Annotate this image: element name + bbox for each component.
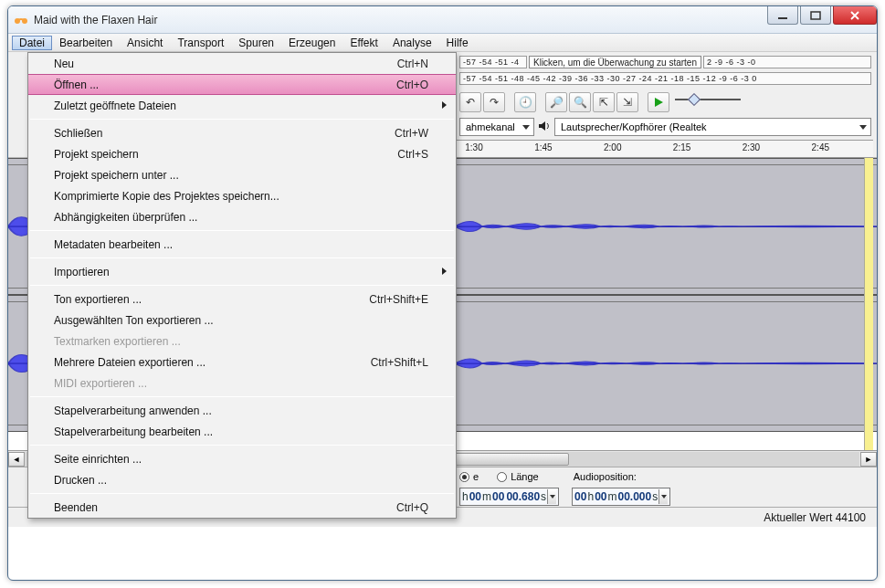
length-radio[interactable]: Länge: [497, 471, 539, 482]
shortcut-label: Ctrl+W: [395, 127, 428, 140]
shortcut-label: Ctrl+Q: [396, 501, 428, 514]
close-button[interactable]: [833, 6, 877, 25]
menu-transport[interactable]: Transport: [170, 36, 231, 50]
play-meter-scale: -57 -54 -51 -48 -45 -42 -39 -36 -33 -30 …: [459, 72, 871, 85]
play-button[interactable]: [648, 92, 669, 112]
menu-item-zuletzt-ge-ffnete-dateien[interactable]: Zuletzt geöffnete Dateien: [28, 95, 456, 116]
file-menu-dropdown[interactable]: NeuCtrl+NÖffnen ...Ctrl+OZuletzt geöffne…: [27, 52, 457, 519]
svg-rect-3: [811, 12, 820, 19]
app-icon: [14, 13, 28, 27]
minimize-button[interactable]: [767, 6, 798, 25]
fit-selection-button[interactable]: ⇱: [593, 92, 615, 112]
menu-item-ffnen[interactable]: Öffnen ...Ctrl+O: [28, 74, 456, 95]
selection-edge[interactable]: [864, 158, 873, 450]
menu-datei[interactable]: Datei: [12, 36, 52, 50]
menu-item-ausgew-hlten-ton-exportieren[interactable]: Ausgewählten Ton exportieren ...: [28, 310, 456, 331]
menu-item-abh-ngigkeiten-berpr-fen[interactable]: Abhängigkeiten überprüfen ...: [28, 206, 456, 227]
shortcut-label: Ctrl+S: [397, 148, 428, 161]
zoom-out-button[interactable]: 🔍: [569, 92, 591, 112]
menu-ansicht[interactable]: Ansicht: [120, 36, 170, 50]
timeline-ruler[interactable]: 1:301:452:002:152:302:45: [456, 140, 873, 158]
shortcut-label: Ctrl+Shift+L: [371, 356, 428, 369]
playback-speed-slider[interactable]: [671, 92, 744, 107]
end-radio[interactable]: e: [459, 471, 479, 482]
timeline-tick: 2:45: [812, 142, 829, 152]
menu-item-ton-exportieren[interactable]: Ton exportieren ...Ctrl+Shift+E: [28, 289, 456, 310]
speaker-icon: [538, 120, 551, 134]
menu-erzeugen[interactable]: Erzeugen: [281, 36, 342, 50]
menu-separator: [30, 493, 454, 494]
dropdown-icon[interactable]: [547, 489, 556, 504]
output-device-combo[interactable]: Lautsprecher/Kopfhörer (Realtek: [554, 118, 871, 136]
shortcut-label: Ctrl+O: [396, 79, 428, 91]
menubar[interactable]: DateiBearbeitenAnsichtTransportSpurenErz…: [8, 34, 877, 52]
timeline-tick: 2:00: [604, 142, 621, 152]
menu-separator: [30, 445, 454, 446]
menu-item-beenden[interactable]: BeendenCtrl+Q: [28, 497, 456, 518]
fit-project-button[interactable]: ⇲: [616, 92, 638, 112]
timeline-tick: 1:45: [534, 142, 552, 152]
menu-separator: [30, 396, 454, 397]
menu-item-mehrere-dateien-exportieren[interactable]: Mehrere Dateien exportieren ...Ctrl+Shif…: [28, 352, 456, 373]
dropdown-icon[interactable]: [658, 489, 668, 504]
menu-item-neu[interactable]: NeuCtrl+N: [28, 53, 456, 74]
menu-item-seite-einrichten[interactable]: Seite einrichten ...: [28, 448, 456, 469]
menu-item-stapelverarbeitung-anwenden[interactable]: Stapelverarbeitung anwenden ...: [28, 400, 456, 421]
scroll-left-button[interactable]: ◄: [8, 452, 25, 467]
selection-end-time[interactable]: h00 m00 00.680s: [459, 488, 559, 506]
shortcut-label: Ctrl+N: [397, 58, 428, 70]
titlebar[interactable]: Maid with the Flaxen Hair: [8, 6, 877, 34]
redo-button[interactable]: ↷: [483, 92, 505, 112]
monitor-hint[interactable]: Klicken, um die Überwachung zu starten: [529, 56, 701, 68]
svg-marker-4: [655, 98, 663, 107]
timeline-tick: 2:30: [743, 142, 760, 152]
menu-item-metadaten-bearbeiten[interactable]: Metadaten bearbeiten ...: [28, 234, 456, 255]
window-title: Maid with the Flaxen Hair: [34, 14, 157, 26]
rec-meter-scale-right: 2 -9 -6 -3 -0: [703, 56, 871, 68]
menu-item-komprimierte-kopie-des-projektes-speichern[interactable]: Komprimierte Kopie des Projektes speiche…: [28, 185, 456, 206]
menu-effekt[interactable]: Effekt: [342, 36, 385, 50]
menu-spuren[interactable]: Spuren: [231, 36, 281, 50]
status-text: Aktueller Wert 44100: [764, 511, 866, 524]
rec-meter-scale-left: -57 -54 -51 -4: [459, 56, 527, 68]
audioposition-label: Audioposition:: [574, 471, 637, 482]
timeline-tick: 1:30: [465, 142, 482, 152]
menu-separator: [30, 285, 454, 286]
menu-analyse[interactable]: Analyse: [385, 36, 439, 50]
timeline-tick: 2:15: [673, 142, 690, 152]
audio-position-time[interactable]: 00h 00m 00.000s: [572, 488, 670, 506]
menu-separator: [30, 119, 454, 120]
rec-channels-combo[interactable]: ahmekanal: [459, 118, 534, 136]
submenu-arrow-icon: [442, 268, 447, 275]
menu-bearbeiten[interactable]: Bearbeiten: [52, 36, 120, 50]
menu-separator: [30, 230, 454, 231]
window-frame: Maid with the Flaxen Hair DateiBearbeite…: [7, 5, 878, 581]
svg-marker-5: [539, 121, 545, 131]
svg-rect-2: [778, 17, 787, 19]
menu-item-projekt-speichern-unter[interactable]: Projekt speichern unter ...: [28, 164, 456, 185]
menu-separator: [30, 257, 454, 258]
zoom-in-button[interactable]: 🔎: [545, 92, 567, 112]
menu-item-drucken[interactable]: Drucken ...: [28, 469, 456, 490]
scroll-right-button[interactable]: ►: [860, 452, 877, 467]
submenu-arrow-icon: [442, 101, 447, 109]
shortcut-label: Ctrl+Shift+E: [369, 293, 428, 306]
menu-item-midi-exportieren: MIDI exportieren ...: [28, 373, 456, 394]
undo-button[interactable]: ↶: [459, 92, 481, 112]
sync-lock-button[interactable]: 🕘: [514, 92, 536, 112]
menu-item-importieren[interactable]: Importieren: [28, 261, 456, 282]
menu-hilfe[interactable]: Hilfe: [439, 36, 476, 50]
menu-item-textmarken-exportieren: Textmarken exportieren ...: [28, 331, 456, 352]
maximize-button[interactable]: [800, 6, 831, 25]
menu-item-projekt-speichern[interactable]: Projekt speichernCtrl+S: [28, 143, 456, 164]
menu-item-stapelverarbeitung-bearbeiten[interactable]: Stapelverarbeitung bearbeiten ...: [28, 421, 456, 442]
menu-item-schlie-en[interactable]: SchließenCtrl+W: [28, 122, 456, 143]
